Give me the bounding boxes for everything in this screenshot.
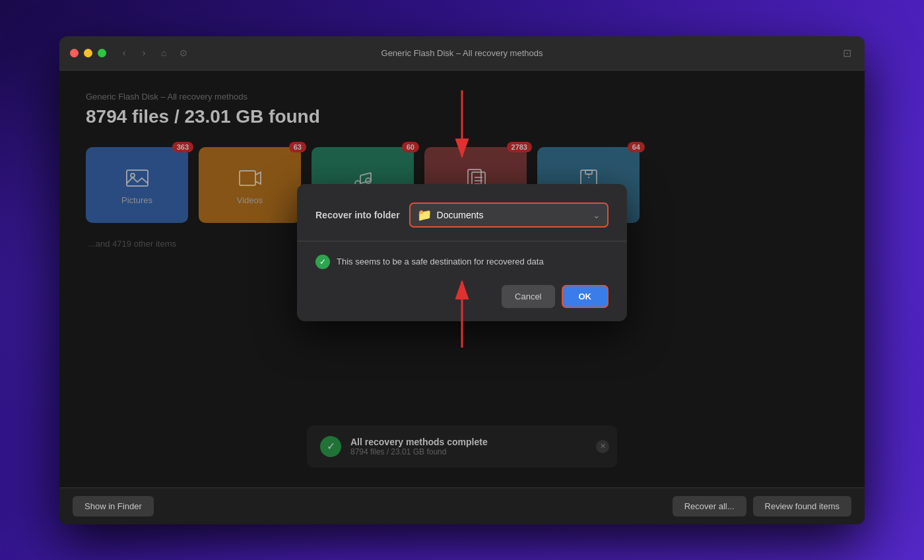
safe-destination-row: ✓ This seems to be a safe destination fo… — [315, 255, 609, 269]
window-action-icon[interactable]: ⊡ — [840, 46, 854, 60]
recover-all-button[interactable]: Recover all... — [673, 496, 746, 516]
folder-emoji-icon: 📁 — [417, 208, 432, 222]
cancel-button[interactable]: Cancel — [502, 285, 554, 308]
home-button[interactable]: ⌂ — [156, 46, 171, 60]
titlebar-actions: ⊡ — [840, 46, 854, 60]
modal-overlay: Recover into folder 📁 Documents ⌄ ✓ This… — [59, 71, 865, 487]
close-button[interactable] — [70, 49, 79, 57]
modal-folder-row: Recover into folder 📁 Documents ⌄ — [315, 202, 609, 228]
safe-text: This seems to be a safe destination for … — [337, 257, 544, 266]
window-title: Generic Flash Disk – All recovery method… — [381, 48, 543, 58]
modal-divider — [297, 241, 627, 241]
ok-button[interactable]: OK — [562, 285, 609, 308]
titlebar: ‹ › ⌂ ⊙ Generic Flash Disk – All recover… — [59, 36, 865, 71]
back-button[interactable]: ‹ — [117, 46, 131, 60]
modal-label: Recover into folder — [315, 210, 400, 220]
statusbar: Show in Finder Recover all... Review fou… — [59, 487, 865, 524]
show-in-finder-button[interactable]: Show in Finder — [73, 496, 154, 516]
modal-footer: Cancel OK — [315, 285, 609, 308]
main-content: Generic Flash Disk – All recovery method… — [59, 71, 865, 487]
main-window: ‹ › ⌂ ⊙ Generic Flash Disk – All recover… — [59, 36, 865, 524]
recover-modal: Recover into folder 📁 Documents ⌄ ✓ This… — [297, 184, 627, 321]
right-buttons: Recover all... Review found items — [673, 496, 851, 516]
target-button[interactable]: ⊙ — [176, 46, 191, 60]
folder-name-text: Documents — [437, 210, 587, 220]
review-found-items-button[interactable]: Review found items — [753, 496, 851, 516]
forward-button[interactable]: › — [137, 46, 151, 60]
nav-buttons: ‹ › ⌂ ⊙ — [117, 46, 191, 60]
maximize-button[interactable] — [98, 49, 106, 57]
safe-check-icon: ✓ — [315, 255, 330, 269]
minimize-button[interactable] — [84, 49, 92, 57]
folder-select[interactable]: 📁 Documents ⌄ — [409, 202, 609, 228]
traffic-lights — [70, 49, 106, 57]
chevron-icon: ⌄ — [593, 210, 601, 220]
